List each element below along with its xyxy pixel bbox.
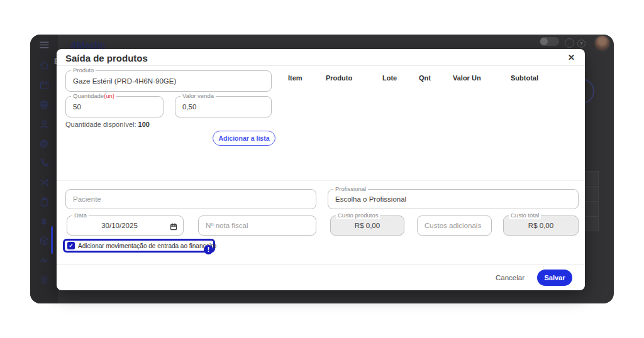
- sidebar-item-at[interactable]: @: [30, 136, 58, 150]
- data-label: Data: [72, 212, 89, 219]
- custo-produtos-label: Custo produtos: [336, 212, 380, 219]
- quantidade-field[interactable]: Quantidade(un) 50: [65, 96, 164, 117]
- sidebar-item-package[interactable]: [30, 234, 58, 248]
- table-header-valor-un: Valor Un: [453, 74, 481, 82]
- data-value: 30/10/2025: [67, 222, 183, 229]
- close-icon[interactable]: ✕: [568, 53, 575, 62]
- transfer-icon: [39, 177, 50, 188]
- saida-de-produtos-modal: Saída de produtos ✕ Produto Gaze Estéril…: [57, 49, 585, 290]
- quantidade-value: 50: [73, 103, 81, 111]
- valor-venda-label: Valor venda: [180, 92, 216, 100]
- table-header-qnt: Qnt: [419, 74, 431, 82]
- user-avatar[interactable]: [594, 35, 611, 52]
- section-divider: [57, 180, 585, 181]
- home-icon: [39, 60, 50, 71]
- produto-value: Gaze Estéril (PRD-4H6N-90GE): [73, 77, 176, 85]
- produto-label: Produto: [71, 67, 96, 74]
- salvar-button[interactable]: Salvar: [537, 270, 572, 286]
- custos-adicionais-input[interactable]: [418, 216, 491, 235]
- user-icon: [39, 119, 50, 129]
- activity-icon: [39, 255, 50, 266]
- settings-icon: [39, 275, 50, 285]
- clipboard-icon: [39, 197, 50, 207]
- phone-icon: [39, 158, 50, 168]
- sidebar-item-printer[interactable]: [30, 97, 58, 111]
- valor-venda-field[interactable]: Valor venda 0,50: [175, 96, 272, 117]
- quantidade-disponivel-value: 100: [138, 121, 150, 128]
- toggle-knob: [540, 38, 548, 45]
- title-divider: [57, 65, 585, 66]
- custo-total-label: Custo total: [509, 212, 541, 219]
- custos-adicionais-field: [417, 215, 492, 236]
- sidebar-item-activity[interactable]: [30, 253, 58, 267]
- sidebar-item-settings[interactable]: [30, 273, 58, 286]
- notification-icon[interactable]: [565, 38, 574, 48]
- quantidade-label: Quantidade(un): [71, 92, 116, 100]
- sidebar-item-menu[interactable]: [30, 38, 58, 52]
- paciente-field: [65, 189, 316, 209]
- dollar-icon: $: [42, 217, 46, 226]
- paciente-input[interactable]: [66, 190, 316, 209]
- calendar-picker-icon[interactable]: [170, 222, 177, 229]
- profissional-field[interactable]: Profissional Escolha o Profissional: [328, 189, 579, 209]
- table-header-item: Item: [288, 74, 303, 82]
- financeiro-checkbox-label: Adicionar movimentação de entrada ao fin…: [78, 243, 216, 249]
- nota-fiscal-input[interactable]: [199, 216, 316, 235]
- custo-produtos-field: Custo produtos R$ 0,00: [330, 215, 404, 236]
- valor-venda-value: 0,50: [182, 103, 196, 111]
- sidebar-item-transfer[interactable]: [30, 175, 58, 189]
- screenshot-stage: @ $ 4Medic: [0, 0, 644, 338]
- custo-total-field: Custo total R$ 0,00: [503, 215, 579, 236]
- sidebar-item-phone[interactable]: [30, 156, 58, 170]
- quantidade-unit: (un): [104, 92, 114, 99]
- cancelar-button[interactable]: Cancelar: [496, 274, 525, 281]
- financeiro-checkbox[interactable]: ✓: [67, 242, 75, 249]
- attention-badge-icon: !: [204, 245, 213, 254]
- sidebar-item-clipboard[interactable]: [30, 195, 58, 209]
- sidebar-item-calendar[interactable]: [30, 78, 58, 92]
- sidebar-item-user[interactable]: [30, 117, 58, 131]
- quantidade-disponivel-text: Quantidade disponível: 100: [65, 121, 150, 128]
- modal-footer: Cancelar Salvar: [57, 264, 585, 290]
- at-sign-icon: @: [40, 139, 48, 148]
- data-field[interactable]: Data 30/10/2025: [67, 215, 184, 236]
- custo-total-value: R$ 0,00: [504, 222, 578, 229]
- sidebar-active-indicator: [51, 226, 53, 254]
- table-header-lote: Lote: [382, 74, 397, 82]
- theme-toggle[interactable]: [540, 37, 559, 46]
- modal-title: Saída de produtos: [65, 53, 148, 63]
- adicionar-a-lista-button[interactable]: Adicionar a lista: [213, 131, 275, 146]
- profissional-label: Profissional: [333, 185, 368, 193]
- table-header-subtotal: Subtotal: [511, 74, 538, 82]
- menu-icon: [39, 40, 50, 50]
- nota-fiscal-field: [198, 215, 316, 236]
- custo-produtos-value: R$ 0,00: [331, 222, 404, 229]
- calendar-icon: [39, 80, 50, 90]
- financeiro-checkbox-highlight: ✓ Adicionar movimentação de entrada ao f…: [63, 239, 215, 253]
- printer-icon: [39, 99, 50, 110]
- table-header-produto: Produto: [326, 74, 352, 82]
- help-icon[interactable]: ?: [577, 40, 586, 48]
- package-icon: [39, 236, 50, 246]
- sidebar: @ $: [30, 35, 58, 303]
- sidebar-item-dollar[interactable]: $: [30, 214, 58, 228]
- profissional-value: Escolha o Profissional: [335, 195, 406, 203]
- produto-field[interactable]: Produto Gaze Estéril (PRD-4H6N-90GE): [65, 70, 272, 92]
